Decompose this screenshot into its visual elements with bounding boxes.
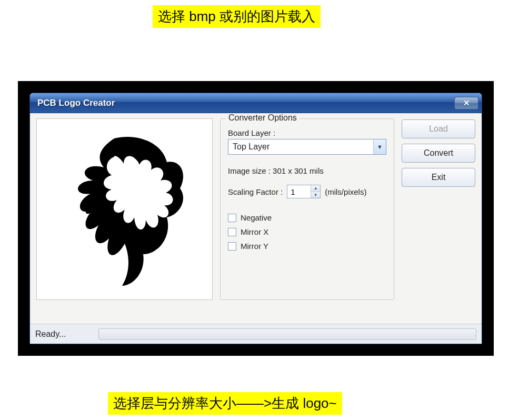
titlebar[interactable]: PCB Logo Creator ✕: [30, 93, 482, 113]
scaling-factor-input[interactable]: [287, 185, 311, 198]
mirror-x-label: Mirror X: [241, 227, 268, 236]
mirror-y-checkbox[interactable]: [228, 242, 236, 251]
chevron-down-icon[interactable]: ▼: [373, 139, 386, 154]
board-layer-label: Board Layer :: [228, 128, 386, 137]
status-text: Ready...: [35, 329, 93, 339]
close-button[interactable]: ✕: [454, 97, 478, 109]
close-icon: ✕: [463, 98, 470, 108]
screenshot-outer-frame: PCB Logo Creator ✕ Converter Options: [18, 81, 494, 356]
mirror-x-checkbox[interactable]: [228, 228, 236, 236]
board-layer-combo[interactable]: Top Layer ▼: [228, 139, 386, 155]
window-title: PCB Logo Creator: [37, 98, 454, 108]
scaling-factor-label: Scaling Factor :: [228, 187, 283, 196]
group-legend: Converter Options: [226, 113, 300, 123]
client-area: Converter Options Board Layer : Top Laye…: [30, 113, 482, 324]
annotation-bottom: 选择层与分辨率大小——>生成 logo~: [108, 392, 342, 415]
load-button[interactable]: Load: [402, 119, 475, 138]
board-layer-value: Top Layer: [228, 142, 373, 152]
convert-button[interactable]: Convert: [402, 144, 475, 163]
image-preview: [36, 118, 213, 300]
mirror-y-label: Mirror Y: [241, 242, 268, 251]
svg-point-0: [94, 191, 101, 197]
spinner-down-icon[interactable]: ▼: [311, 192, 320, 198]
image-size-text: Image size : 301 x 301 mils: [228, 166, 386, 175]
status-bar: Ready...: [30, 324, 482, 344]
negative-checkbox[interactable]: [228, 214, 236, 222]
converter-options-group: Converter Options Board Layer : Top Laye…: [220, 118, 394, 300]
app-window: PCB Logo Creator ✕ Converter Options: [29, 93, 482, 344]
spinner-up-icon[interactable]: ▲: [311, 185, 320, 192]
lion-logo-icon: [56, 131, 193, 288]
progress-bar: [98, 328, 476, 340]
annotation-top: 选择 bmp 或别的图片载入: [153, 5, 321, 28]
exit-button[interactable]: Exit: [402, 168, 475, 187]
negative-label: Negative: [241, 213, 272, 222]
side-button-column: Load Convert Exit: [402, 118, 475, 321]
scaling-factor-spinner[interactable]: ▲ ▼: [287, 185, 321, 198]
scaling-unit-label: (mils/pixels): [325, 187, 366, 196]
